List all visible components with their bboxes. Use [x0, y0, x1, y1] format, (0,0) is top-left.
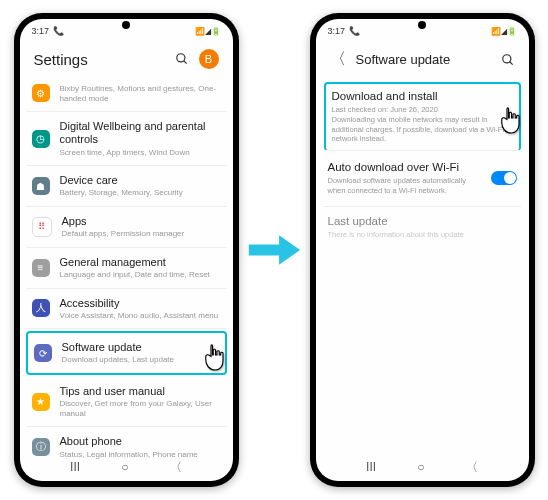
section-sub: Last checked on: June 26, 2020 Downloadi… — [332, 105, 513, 144]
item-label: Software update — [62, 341, 219, 354]
list-item-tips[interactable]: ★ Tips and user manualDiscover, Get more… — [26, 377, 227, 427]
list-item-devicecare[interactable]: ☗ Device careBattery, Storage, Memory, S… — [26, 166, 227, 207]
item-sub: Voice Assistant, Mono audio, Assistant m… — [60, 311, 221, 321]
item-label: General management — [60, 256, 221, 269]
wellbeing-icon: ◷ — [32, 130, 50, 148]
back-button[interactable]: 〈 — [170, 459, 182, 476]
list-item-bixby[interactable]: ⚙ Bixby Routines, Motions and gestures, … — [26, 75, 227, 112]
update-icon: ⟳ — [34, 344, 52, 362]
settings-list: ⚙ Bixby Routines, Motions and gestures, … — [20, 75, 233, 465]
svg-line-3 — [509, 61, 512, 64]
about-icon: ⓘ — [32, 438, 50, 456]
update-header: 〈 Software update — [316, 41, 529, 76]
update-content: Download and install Last checked on: Ju… — [316, 76, 529, 253]
search-icon[interactable] — [175, 52, 189, 66]
tips-icon: ★ — [32, 393, 50, 411]
home-button[interactable]: ○ — [417, 460, 424, 474]
item-sub: Download updates, Last update — [62, 355, 219, 365]
arrow-icon — [247, 230, 302, 270]
svg-line-1 — [183, 61, 186, 64]
page-title: Settings — [34, 51, 88, 68]
status-time: 3:17 — [32, 26, 50, 36]
svg-point-2 — [502, 54, 510, 62]
page-title: Software update — [356, 52, 451, 67]
recents-button[interactable]: III — [366, 460, 376, 474]
list-item-wellbeing[interactable]: ◷ Digital Wellbeing and parental control… — [26, 112, 227, 166]
camera-notch — [418, 21, 426, 29]
wifi-toggle[interactable] — [491, 171, 517, 185]
item-label: Tips and user manual — [60, 385, 221, 398]
item-label: Bixby Routines, Motions and gestures, On… — [60, 84, 221, 103]
section-sub: There is no information about this updat… — [328, 230, 517, 240]
pointer-hand-icon — [201, 343, 227, 373]
section-title: Download and install — [332, 90, 513, 102]
list-item-apps[interactable]: ⠿ AppsDefault apps, Permission manager — [26, 207, 227, 248]
recents-button[interactable]: III — [70, 460, 80, 474]
apps-icon: ⠿ — [32, 217, 52, 237]
section-title: Auto download over Wi-Fi — [328, 161, 485, 173]
nav-bar: III ○ 〈 — [316, 457, 529, 477]
call-icon: 📞 — [349, 26, 360, 36]
item-sub: Default apps, Permission manager — [62, 229, 221, 239]
screen-right: 3:17📞 📶◢🔋 〈 Software update Download and… — [316, 19, 529, 481]
download-install-item[interactable]: Download and install Last checked on: Ju… — [324, 82, 521, 151]
status-icons: 📶◢🔋 — [491, 27, 517, 36]
item-label: Apps — [62, 215, 221, 228]
phone-left: 3:17📞 📶◢🔋 Settings B ⚙ Bixby Routines, M… — [14, 13, 239, 487]
svg-point-0 — [176, 54, 184, 62]
item-sub: Language and input, Date and time, Reset — [60, 270, 221, 280]
search-icon[interactable] — [501, 53, 515, 67]
item-sub: Battery, Storage, Memory, Security — [60, 188, 221, 198]
nav-bar: III ○ 〈 — [20, 457, 233, 477]
advanced-icon: ⚙ — [32, 84, 50, 102]
back-button[interactable]: 〈 — [466, 459, 478, 476]
item-label: Device care — [60, 174, 221, 187]
phone-right: 3:17📞 📶◢🔋 〈 Software update Download and… — [310, 13, 535, 487]
status-icons: 📶◢🔋 — [195, 27, 221, 36]
devicecare-icon: ☗ — [32, 177, 50, 195]
general-icon: ≡ — [32, 259, 50, 277]
list-item-general[interactable]: ≡ General managementLanguage and input, … — [26, 248, 227, 289]
pointer-hand-icon — [497, 106, 523, 136]
last-update-item[interactable]: Last update There is no information abou… — [324, 207, 521, 250]
list-item-accessibility[interactable]: 人 AccessibilityVoice Assistant, Mono aud… — [26, 289, 227, 330]
section-title: Last update — [328, 215, 517, 227]
item-sub: Discover, Get more from your Galaxy, Use… — [60, 399, 221, 418]
screen-left: 3:17📞 📶◢🔋 Settings B ⚙ Bixby Routines, M… — [20, 19, 233, 481]
item-label: About phone — [60, 435, 221, 448]
item-label: Digital Wellbeing and parental controls — [60, 120, 221, 146]
camera-notch — [122, 21, 130, 29]
status-time: 3:17 — [328, 26, 346, 36]
call-icon: 📞 — [53, 26, 64, 36]
item-label: Accessibility — [60, 297, 221, 310]
accessibility-icon: 人 — [32, 299, 50, 317]
auto-download-item[interactable]: Auto download over Wi-Fi Download softwa… — [324, 153, 521, 207]
settings-header: Settings B — [20, 41, 233, 75]
item-sub: Screen time, App timers, Wind Down — [60, 148, 221, 158]
section-sub: Download software updates automatically … — [328, 176, 485, 196]
back-icon[interactable]: 〈 — [330, 49, 346, 70]
avatar[interactable]: B — [199, 49, 219, 69]
list-item-software-update[interactable]: ⟳ Software updateDownload updates, Last … — [26, 331, 227, 375]
home-button[interactable]: ○ — [121, 460, 128, 474]
